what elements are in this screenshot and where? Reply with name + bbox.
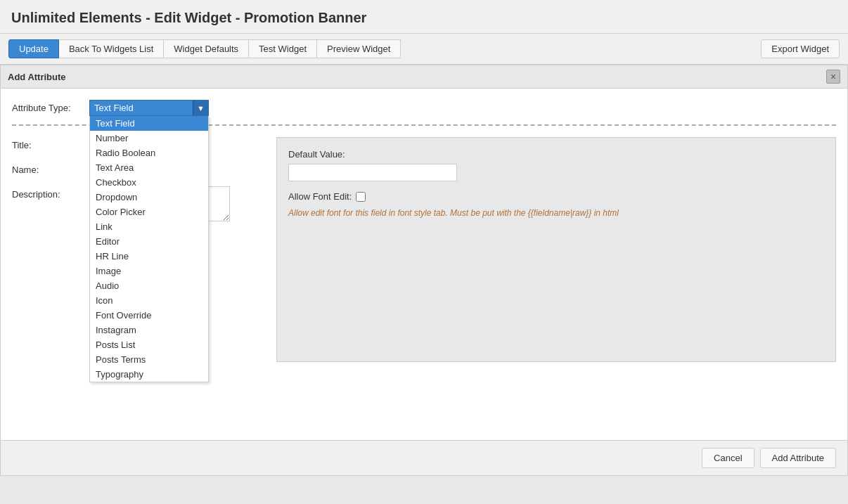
dropdown-item[interactable]: Image <box>90 264 208 278</box>
dropdown-item[interactable]: Dropdown <box>90 190 208 205</box>
export-widget-button[interactable]: Export Widget <box>761 39 840 58</box>
add-attribute-button[interactable]: Add Attribute <box>760 448 836 468</box>
toolbar-left: Update Back To Widgets List Widget Defau… <box>8 39 761 58</box>
dropdown-item[interactable]: Icon <box>90 293 208 308</box>
dropdown-item[interactable]: Text Area <box>90 160 208 175</box>
dropdown-item[interactable]: Audio <box>90 278 208 293</box>
dropdown-item[interactable]: Posts List <box>90 337 208 352</box>
dropdown-item[interactable]: Instagram <box>90 323 208 337</box>
dialog-close-button[interactable]: × <box>826 70 840 84</box>
test-widget-button[interactable]: Test Widget <box>249 39 317 58</box>
allow-font-label: Allow Font Edit: <box>288 191 352 202</box>
back-to-widgets-button[interactable]: Back To Widgets List <box>59 39 164 58</box>
default-value-input[interactable] <box>288 164 457 181</box>
dropdown-item[interactable]: Typography <box>90 367 208 382</box>
dropdown-item[interactable]: Radio Boolean <box>90 146 208 160</box>
description-label: Description: <box>12 186 89 200</box>
allow-font-checkbox[interactable] <box>356 192 366 202</box>
attribute-type-label: Attribute Type: <box>12 100 89 113</box>
dialog-title: Add Attribute <box>8 72 66 82</box>
dialog-footer: Cancel Add Attribute <box>1 440 847 475</box>
dropdown-arrow-icon: ▼ <box>193 101 208 115</box>
allow-font-hint: Allow edit font for this field in font s… <box>288 207 640 219</box>
toolbar: Update Back To Widgets List Widget Defau… <box>0 34 848 65</box>
preview-widget-button[interactable]: Preview Widget <box>317 39 401 58</box>
dropdown-item[interactable]: Color Picker <box>90 205 208 219</box>
attribute-type-select[interactable]: Text Field ▼ <box>89 100 209 116</box>
selected-option-text: Text Field <box>94 103 134 113</box>
dropdown-item[interactable]: Text Field <box>90 116 208 131</box>
name-label: Name: <box>12 162 89 175</box>
dropdown-item[interactable]: Number <box>90 131 208 146</box>
allow-font-row: Allow Font Edit: <box>288 191 824 202</box>
attribute-type-dropdown: Text Field Number Radio Boolean Text Are… <box>89 116 209 382</box>
update-button[interactable]: Update <box>8 39 59 58</box>
title-label: Title: <box>12 137 89 150</box>
add-attribute-dialog: Add Attribute × Attribute Type: Text Fie… <box>0 65 848 476</box>
dropdown-item[interactable]: Posts Terms <box>90 352 208 367</box>
dialog-header: Add Attribute × <box>1 65 847 89</box>
attribute-type-row: Attribute Type: Text Field ▼ Text Field … <box>12 100 836 116</box>
dialog-body: Attribute Type: Text Field ▼ Text Field … <box>1 89 847 475</box>
dropdown-item[interactable]: Link <box>90 219 208 234</box>
page-wrapper: Unlimited Elements - Edit Widget - Promo… <box>0 0 848 504</box>
cancel-button[interactable]: Cancel <box>702 448 754 468</box>
default-value-label: Default Value: <box>288 149 824 160</box>
widget-defaults-button[interactable]: Widget Defaults <box>164 39 249 58</box>
page-title: Unlimited Elements - Edit Widget - Promo… <box>11 10 366 25</box>
dropdown-item[interactable]: Editor <box>90 234 208 249</box>
dropdown-item[interactable]: Checkbox <box>90 175 208 190</box>
main-content: Add Attribute × Attribute Type: Text Fie… <box>0 65 848 504</box>
dropdown-item[interactable]: HR Line <box>90 249 208 264</box>
attribute-type-wrapper: Text Field ▼ Text Field Number Radio Boo… <box>89 100 209 116</box>
page-title-bar: Unlimited Elements - Edit Widget - Promo… <box>0 0 848 34</box>
dialog-right: Default Value: Allow Font Edit: Allow ed… <box>276 137 836 362</box>
dropdown-item[interactable]: Font Override <box>90 308 208 323</box>
